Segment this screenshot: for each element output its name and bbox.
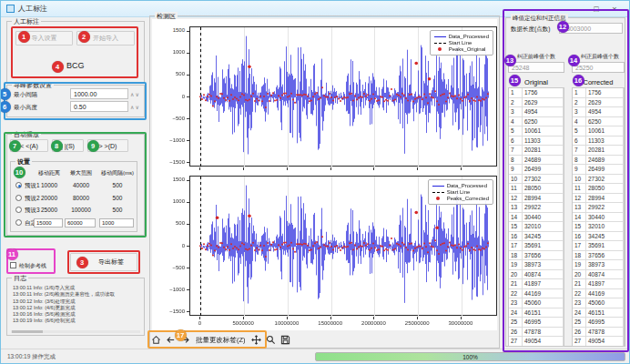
batch-edit-labels-button[interactable]: 批量更改标签(Z)	[194, 336, 248, 345]
peak-row[interactable]: 1735691	[573, 241, 624, 251]
x-tick-mark	[243, 167, 244, 170]
peak-row[interactable]: 510061	[509, 126, 564, 136]
preset-radio-预设2[interactable]	[15, 195, 22, 201]
peak-row[interactable]: 34954	[573, 107, 624, 117]
peak-row[interactable]: 22629	[509, 98, 564, 108]
peak-row[interactable]: 2647878	[573, 328, 624, 338]
peak-row[interactable]: 1329922	[509, 203, 564, 213]
signal-plot-corrected[interactable]: Data_ProcessedStart LinePeaks_Corrected	[189, 176, 497, 316]
preset-radio-预设3[interactable]	[15, 207, 22, 213]
peak-index: 9	[573, 165, 586, 175]
peak-row[interactable]: 2345060	[509, 298, 564, 308]
peak-value: 10061	[586, 126, 624, 136]
custom-value-input[interactable]: 60000	[65, 218, 96, 228]
peak-row[interactable]: 2446151	[573, 308, 624, 318]
peak-row[interactable]: 34954	[509, 107, 564, 117]
log-line: 13:00:12 Info: (4/6)更新完成	[13, 305, 140, 311]
peak-row[interactable]: 2546995	[509, 318, 564, 328]
peak-row[interactable]: 2446151	[509, 308, 564, 318]
peak-row[interactable]: 926499	[509, 165, 564, 175]
min-height-input[interactable]: 0.50	[70, 101, 128, 112]
spin-down-icon[interactable]: ∨	[135, 105, 139, 110]
peak-row[interactable]: 1027302	[509, 175, 564, 185]
min-interval-spinner[interactable]: ∧∨	[130, 91, 140, 97]
peak-row[interactable]: 1938973	[573, 260, 624, 270]
annotation-marker-7: 7	[9, 140, 21, 152]
min-height-spinner[interactable]: ∧∨	[130, 104, 140, 110]
peak-row[interactable]: 2647878	[509, 328, 564, 338]
peak-row[interactable]: 1027302	[573, 175, 624, 185]
peak-index: 18	[509, 251, 523, 261]
peak-row[interactable]: 1634245	[573, 232, 624, 242]
peak-row[interactable]: 611303	[509, 136, 564, 147]
annotation-marker-3: 3	[76, 257, 88, 268]
signal-type-label: BCG	[66, 61, 85, 70]
spin-down-icon[interactable]: ∨	[135, 92, 139, 97]
draw-reference-checkbox[interactable]	[10, 262, 16, 268]
peak-row[interactable]: 2345060	[573, 298, 624, 308]
corrected-peaks-table[interactable]: 1175622629349544625051006161130372028182…	[572, 87, 625, 347]
minimize-button[interactable]: —	[569, 5, 587, 14]
peak-row[interactable]: 11756	[509, 88, 564, 98]
pan-icon[interactable]	[251, 335, 262, 346]
peak-row[interactable]: 611303	[573, 136, 624, 147]
peak-row[interactable]: 510061	[573, 126, 624, 136]
peak-row[interactable]: 1837656	[509, 251, 564, 261]
preset-radio-自定义[interactable]	[15, 219, 22, 226]
peak-row[interactable]: 22629	[573, 98, 624, 108]
custom-value-input[interactable]: 15000	[34, 218, 63, 228]
close-button[interactable]: ×	[605, 5, 624, 14]
peak-row[interactable]: 1532010	[573, 222, 624, 232]
peak-row[interactable]: 46250	[509, 117, 564, 127]
peak-row[interactable]: 2040874	[573, 270, 624, 280]
peak-row[interactable]: 720281	[509, 146, 564, 156]
peak-value: 28050	[523, 184, 564, 194]
custom-value-input[interactable]: 1000	[99, 218, 134, 228]
min-interval-input[interactable]: 1000.00	[70, 88, 128, 99]
peak-row[interactable]: 1228994	[573, 194, 624, 204]
peak-row[interactable]: 1735691	[509, 241, 564, 251]
peak-row[interactable]: 46250	[573, 117, 624, 127]
peak-row[interactable]: 1837656	[573, 251, 624, 261]
peak-row[interactable]: 1329922	[573, 203, 624, 213]
peak-row[interactable]: 2040874	[509, 270, 564, 280]
peak-row[interactable]: 1634245	[509, 232, 564, 242]
log-line: 13:00:19 Info: (6/6)绘制完成	[13, 318, 140, 324]
original-peaks-table[interactable]: 1175622629349544625051006161130372028182…	[508, 87, 564, 347]
peak-row[interactable]: 2244169	[509, 289, 564, 299]
peak-row[interactable]: 2244169	[573, 289, 624, 299]
peak-row[interactable]: 2749054	[573, 337, 624, 347]
peak-index: 16	[573, 232, 586, 242]
log-scrollbar[interactable]	[11, 330, 140, 333]
peak-row[interactable]: 824689	[573, 156, 624, 166]
peak-value: 24689	[523, 156, 564, 166]
peak-params-title: 寻峰参数设置	[12, 81, 54, 89]
peak-row[interactable]: 2546995	[573, 318, 624, 328]
save-icon[interactable]	[280, 335, 291, 346]
peak-row[interactable]: 1532010	[509, 222, 564, 232]
x-tick-label: 10000000	[264, 320, 310, 326]
peak-row[interactable]: 1228994	[509, 194, 564, 204]
home-icon[interactable]	[150, 335, 161, 346]
preset-value: 100000	[64, 207, 98, 213]
peak-row[interactable]: 926499	[573, 165, 624, 175]
signal-plot-original[interactable]: Data_ProcessedStart LinePeaks_Original	[189, 26, 497, 167]
legend-item: Peaks_Original	[434, 46, 489, 52]
peak-row[interactable]: 2141897	[573, 279, 624, 289]
zoom-icon[interactable]	[266, 335, 277, 346]
preset-radio-预设1[interactable]	[15, 182, 22, 188]
maximize-button[interactable]: □	[587, 5, 605, 14]
peak-row[interactable]: 1430440	[509, 213, 564, 223]
peak-index: 6	[509, 136, 523, 147]
peak-row[interactable]: 1128050	[509, 184, 564, 194]
peak-row[interactable]: 824689	[509, 156, 564, 166]
peak-row[interactable]: 2749054	[509, 337, 564, 347]
peak-row[interactable]: 11756	[573, 88, 624, 98]
peak-row[interactable]: 1128050	[573, 184, 624, 194]
peak-row[interactable]: 1938973	[509, 260, 564, 270]
peak-row[interactable]: 1430440	[573, 213, 624, 223]
peak-row[interactable]: 720281	[573, 146, 624, 156]
log-line: 13:00:11 Info: (1/6)导入完成	[13, 285, 140, 291]
peak-row[interactable]: 2141897	[509, 279, 564, 289]
peak-index: 8	[573, 156, 586, 166]
